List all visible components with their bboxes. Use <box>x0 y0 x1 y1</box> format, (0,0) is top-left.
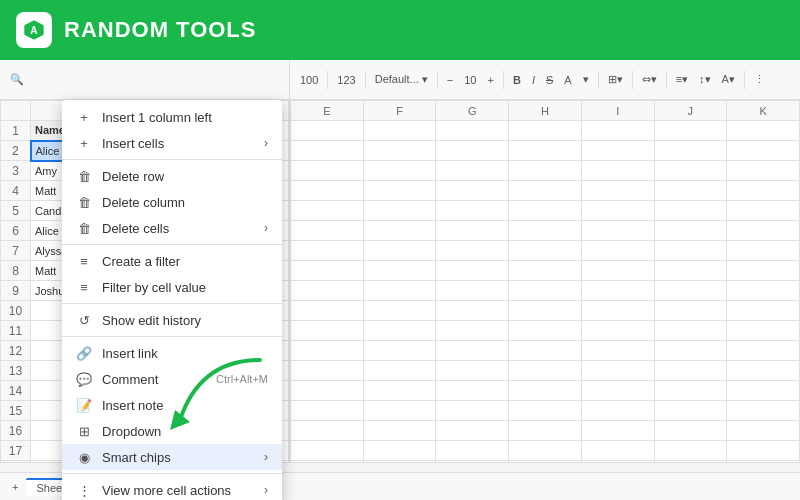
menu-item-delete-cells[interactable]: 🗑Delete cells› <box>62 215 282 241</box>
right-cell[interactable] <box>581 401 654 421</box>
right-cell[interactable] <box>363 221 436 241</box>
right-cell[interactable] <box>581 221 654 241</box>
right-cell[interactable] <box>654 301 727 321</box>
right-cell[interactable] <box>581 421 654 441</box>
right-cell[interactable] <box>654 441 727 461</box>
right-cell[interactable] <box>727 261 800 281</box>
right-cell[interactable] <box>727 141 800 161</box>
right-cell[interactable] <box>291 281 364 301</box>
valign-button[interactable]: ↕▾ <box>695 71 715 88</box>
right-col-f[interactable]: F <box>363 101 436 121</box>
right-cell[interactable] <box>436 361 509 381</box>
right-cell[interactable] <box>654 161 727 181</box>
right-cell[interactable] <box>436 221 509 241</box>
right-cell[interactable] <box>363 321 436 341</box>
right-cell[interactable] <box>509 301 582 321</box>
merge-button[interactable]: ⇔▾ <box>638 71 661 88</box>
right-cell[interactable] <box>436 301 509 321</box>
right-cell[interactable] <box>363 421 436 441</box>
menu-item-show-edit-history[interactable]: ↺Show edit history <box>62 307 282 333</box>
borders-button[interactable]: ⊞▾ <box>604 71 627 88</box>
right-cell[interactable] <box>581 381 654 401</box>
right-cell[interactable] <box>436 441 509 461</box>
right-cell[interactable] <box>363 381 436 401</box>
right-cell[interactable] <box>291 361 364 381</box>
menu-item-delete-row[interactable]: 🗑Delete row <box>62 163 282 189</box>
right-cell[interactable] <box>581 181 654 201</box>
right-col-e[interactable]: E <box>291 101 364 121</box>
right-cell[interactable] <box>436 261 509 281</box>
right-cell[interactable] <box>436 121 509 141</box>
right-cell[interactable] <box>363 341 436 361</box>
right-cell[interactable] <box>509 181 582 201</box>
right-cell[interactable] <box>654 221 727 241</box>
right-cell[interactable] <box>363 141 436 161</box>
right-cell[interactable] <box>654 181 727 201</box>
right-cell[interactable] <box>581 161 654 181</box>
right-cell[interactable] <box>581 321 654 341</box>
format-number[interactable]: 123 <box>333 72 359 88</box>
right-cell[interactable] <box>363 241 436 261</box>
right-cell[interactable] <box>727 381 800 401</box>
right-cell[interactable] <box>291 221 364 241</box>
right-cell[interactable] <box>727 161 800 181</box>
right-cell[interactable] <box>654 121 727 141</box>
text-rotate[interactable]: A▾ <box>718 71 739 88</box>
right-cell[interactable] <box>436 201 509 221</box>
right-cell[interactable] <box>291 321 364 341</box>
menu-item-view-more[interactable]: ⋮View more cell actions› <box>62 477 282 500</box>
right-cell[interactable] <box>727 421 800 441</box>
right-cell[interactable] <box>509 341 582 361</box>
right-cell[interactable] <box>436 241 509 261</box>
menu-item-smart-chips[interactable]: ◉Smart chips› <box>62 444 282 470</box>
right-cell[interactable] <box>291 241 364 261</box>
font-family[interactable]: Default... ▾ <box>371 71 432 88</box>
right-cell[interactable] <box>363 301 436 321</box>
right-cell[interactable] <box>363 401 436 421</box>
right-cell[interactable] <box>509 401 582 421</box>
right-cell[interactable] <box>291 441 364 461</box>
right-cell[interactable] <box>581 341 654 361</box>
right-cell[interactable] <box>581 261 654 281</box>
right-cell[interactable] <box>436 401 509 421</box>
right-cell[interactable] <box>509 261 582 281</box>
right-cell[interactable] <box>654 361 727 381</box>
right-cell[interactable] <box>291 341 364 361</box>
right-cell[interactable] <box>654 401 727 421</box>
bold-button[interactable]: B <box>509 72 525 88</box>
right-cell[interactable] <box>436 321 509 341</box>
right-cell[interactable] <box>727 341 800 361</box>
menu-item-insert-link[interactable]: 🔗Insert link <box>62 340 282 366</box>
font-color-button[interactable]: A <box>560 72 575 88</box>
right-cell[interactable] <box>291 381 364 401</box>
right-cell[interactable] <box>509 161 582 181</box>
menu-item-delete-column[interactable]: 🗑Delete column <box>62 189 282 215</box>
right-cell[interactable] <box>727 361 800 381</box>
right-cell[interactable] <box>654 141 727 161</box>
right-cell[interactable] <box>581 121 654 141</box>
right-cell[interactable] <box>291 261 364 281</box>
right-cell[interactable] <box>509 421 582 441</box>
font-color-arrow[interactable]: ▾ <box>579 71 593 88</box>
font-size-value[interactable]: 10 <box>460 72 480 88</box>
font-size-decrease[interactable]: − <box>443 72 457 88</box>
menu-item-comment[interactable]: 💬CommentCtrl+Alt+M <box>62 366 282 392</box>
right-cell[interactable] <box>291 401 364 421</box>
right-cell[interactable] <box>581 301 654 321</box>
right-cell[interactable] <box>654 321 727 341</box>
menu-item-dropdown[interactable]: ⊞Dropdown <box>62 418 282 444</box>
menu-item-insert-cells[interactable]: +Insert cells› <box>62 130 282 156</box>
right-cell[interactable] <box>509 381 582 401</box>
menu-item-insert-note[interactable]: 📝Insert note <box>62 392 282 418</box>
right-col-j[interactable]: J <box>654 101 727 121</box>
menu-item-insert-col-left[interactable]: +Insert 1 column left <box>62 104 282 130</box>
right-cell[interactable] <box>363 361 436 381</box>
right-cell[interactable] <box>509 121 582 141</box>
add-sheet-button[interactable]: + <box>8 479 22 495</box>
right-cell[interactable] <box>509 441 582 461</box>
right-cell[interactable] <box>363 441 436 461</box>
right-cell[interactable] <box>727 441 800 461</box>
right-cell[interactable] <box>363 201 436 221</box>
right-cell[interactable] <box>581 141 654 161</box>
right-cell[interactable] <box>654 201 727 221</box>
